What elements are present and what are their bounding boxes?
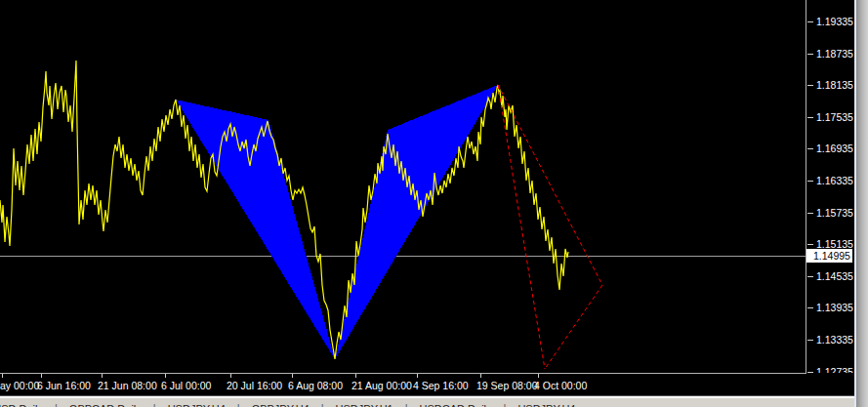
bid-price-box: 1.14995 bbox=[806, 249, 852, 263]
time-scale[interactable]: ay 00:006 Jun 16:0021 Jun 08:006 Jul 00:… bbox=[0, 373, 854, 395]
time-tick bbox=[417, 374, 418, 378]
price-tick-label: 1.15735 bbox=[816, 207, 853, 219]
price-tick-label: 1.16335 bbox=[816, 175, 853, 186]
price-tick bbox=[807, 244, 813, 245]
price-tick bbox=[807, 307, 813, 308]
time-tick bbox=[41, 374, 42, 378]
chart-tab[interactable]: GBPJPY,H4 bbox=[240, 403, 321, 407]
time-tick-label: 6 Aug 08:00 bbox=[288, 380, 343, 391]
price-tick-label: 1.13935 bbox=[816, 302, 853, 313]
chart-tab[interactable]: GBPUSD,Daily bbox=[0, 403, 55, 407]
chart-tabs: GBPUSD,Daily|GBPCAD,Daily|USDJPY,H4|GBPJ… bbox=[0, 396, 588, 407]
time-tick-label: 21 Jun 08:00 bbox=[98, 380, 157, 391]
window-right-edge bbox=[856, 0, 868, 407]
time-tick-label: 4 Oct 00:00 bbox=[534, 380, 587, 391]
time-axis-line bbox=[0, 373, 806, 374]
time-tick bbox=[355, 374, 356, 378]
chart-canvas[interactable] bbox=[0, 0, 806, 373]
price-tick bbox=[807, 276, 813, 277]
time-tick bbox=[292, 374, 293, 378]
time-tick-label: 21 Aug 00:00 bbox=[351, 380, 412, 391]
chart-tabs-bar: GBPUSD,Daily|GBPCAD,Daily|USDJPY,H4|GBPJ… bbox=[0, 395, 854, 407]
chart-tab[interactable]: USDJPY,H4 bbox=[156, 403, 237, 407]
price-tick bbox=[807, 117, 813, 118]
time-tick bbox=[2, 374, 3, 378]
price-scale[interactable]: 1.14995 1.193351.187351.181351.175351.16… bbox=[806, 0, 854, 395]
price-tick-label: 1.17535 bbox=[816, 111, 853, 123]
harmonic-pattern-triangle[interactable] bbox=[335, 85, 498, 359]
projection-dashed-line[interactable] bbox=[498, 85, 545, 369]
time-tick-label: 19 Sep 08:00 bbox=[476, 380, 537, 391]
time-tick bbox=[480, 374, 481, 378]
price-tick-label: 1.14535 bbox=[816, 270, 853, 282]
chart-tab[interactable]: USDJPY,H4 bbox=[506, 403, 587, 407]
projection-dashed-line[interactable] bbox=[545, 285, 602, 369]
chart-tab[interactable]: GBPCAD,Daily bbox=[58, 403, 153, 407]
price-tick bbox=[807, 148, 813, 149]
time-tick bbox=[230, 374, 231, 378]
time-tick-label: 20 Jul 16:00 bbox=[227, 380, 282, 391]
price-tick bbox=[807, 181, 813, 182]
time-tick-label: 6 Jul 00:00 bbox=[161, 380, 211, 391]
price-tick bbox=[807, 340, 813, 341]
price-tick-label: 1.16935 bbox=[816, 142, 853, 154]
time-tick-label: 6 Jun 16:00 bbox=[37, 380, 91, 391]
time-tick-label: 4 Sep 16:00 bbox=[413, 380, 469, 391]
price-tick bbox=[807, 54, 813, 55]
price-chart[interactable] bbox=[0, 0, 806, 373]
bid-price-value: 1.14995 bbox=[813, 250, 850, 262]
price-tick-label: 1.15135 bbox=[816, 238, 853, 250]
price-tick bbox=[807, 213, 813, 214]
price-tick-label: 1.18735 bbox=[816, 48, 853, 60]
time-tick-label: ay 00:00 bbox=[0, 380, 39, 391]
time-tick bbox=[538, 374, 539, 378]
price-tick-label: 1.13335 bbox=[816, 334, 853, 346]
chart-tab[interactable]: USDCAD,Daily bbox=[408, 403, 504, 407]
time-tick bbox=[165, 374, 166, 378]
price-tick-label: 1.18135 bbox=[816, 79, 853, 91]
time-tick bbox=[102, 374, 103, 378]
price-tick bbox=[807, 21, 813, 22]
metatrader-window: 1.14995 1.193351.187351.181351.175351.16… bbox=[0, 0, 868, 407]
chart-tab[interactable]: USDJPY,H1 bbox=[324, 403, 405, 407]
price-tick-label: 1.19335 bbox=[816, 16, 853, 27]
price-tick bbox=[807, 85, 813, 86]
